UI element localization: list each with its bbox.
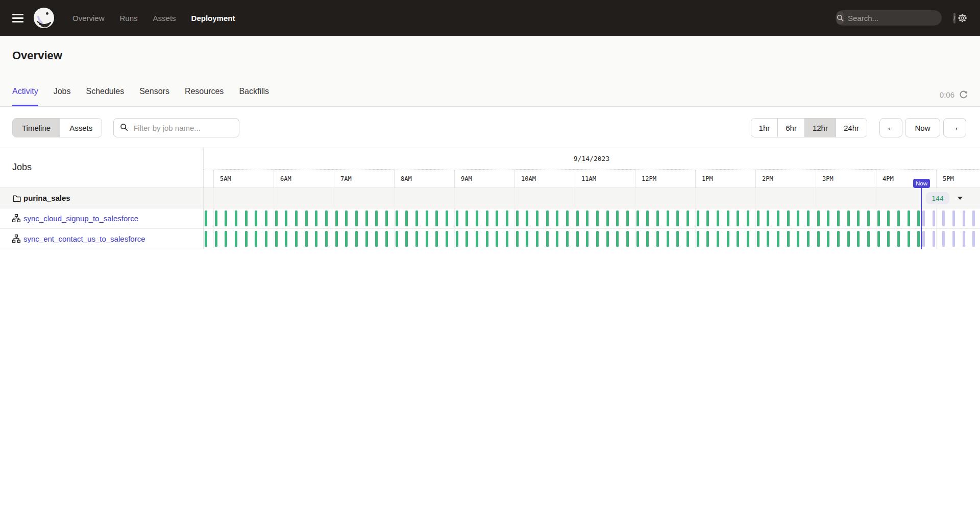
run-tick-completed[interactable] (667, 210, 669, 226)
run-tick-completed[interactable] (375, 231, 378, 247)
topnav-item-assets[interactable]: Assets (153, 14, 176, 22)
run-tick-completed[interactable] (717, 231, 719, 247)
run-tick-completed[interactable] (345, 231, 348, 247)
run-tick-completed[interactable] (365, 231, 368, 247)
run-tick-completed[interactable] (335, 231, 338, 247)
run-tick-completed[interactable] (847, 210, 850, 226)
run-tick-scheduled[interactable] (963, 231, 965, 247)
run-tick-completed[interactable] (435, 210, 438, 226)
run-tick-completed[interactable] (626, 210, 629, 226)
run-tick-completed[interactable] (697, 231, 699, 247)
run-tick-completed[interactable] (255, 231, 257, 247)
run-tick-completed[interactable] (546, 210, 549, 226)
run-tick-completed[interactable] (697, 210, 699, 226)
topnav-item-runs[interactable]: Runs (120, 14, 138, 22)
run-tick-completed[interactable] (526, 231, 528, 247)
run-tick-completed[interactable] (285, 210, 287, 226)
run-tick-completed[interactable] (837, 210, 840, 226)
run-tick-completed[interactable] (375, 210, 378, 226)
run-tick-completed[interactable] (586, 231, 589, 247)
run-tick-scheduled[interactable] (922, 210, 925, 226)
run-tick-completed[interactable] (365, 210, 368, 226)
tab-resources[interactable]: Resources (185, 87, 224, 106)
run-tick-completed[interactable] (606, 231, 609, 247)
run-tick-completed[interactable] (385, 231, 388, 247)
run-tick-completed[interactable] (415, 210, 418, 226)
run-tick-scheduled[interactable] (952, 210, 955, 226)
menu-icon[interactable] (12, 14, 23, 22)
run-tick-scheduled[interactable] (942, 231, 945, 247)
run-tick-completed[interactable] (887, 210, 890, 226)
run-tick-completed[interactable] (285, 231, 287, 247)
run-tick-scheduled[interactable] (933, 210, 935, 226)
run-tick-completed[interactable] (757, 210, 760, 226)
run-tick-completed[interactable] (767, 231, 769, 247)
run-tick-completed[interactable] (807, 231, 810, 247)
run-tick-completed[interactable] (225, 210, 227, 226)
run-tick-completed[interactable] (646, 231, 649, 247)
run-tick-completed[interactable] (205, 210, 207, 226)
range-12hr[interactable]: 12hr (805, 119, 836, 137)
run-tick-completed[interactable] (706, 231, 709, 247)
run-tick-completed[interactable] (496, 210, 498, 226)
run-tick-completed[interactable] (405, 231, 408, 247)
run-tick-completed[interactable] (255, 210, 257, 226)
run-tick-completed[interactable] (506, 231, 508, 247)
run-tick-completed[interactable] (385, 210, 388, 226)
run-tick-completed[interactable] (837, 231, 840, 247)
job-link-sync-cloud-signup-to-salesforce[interactable]: sync_cloud_signup_to_salesforce (23, 208, 138, 228)
run-tick-completed[interactable] (596, 210, 599, 226)
run-tick-completed[interactable] (225, 231, 227, 247)
run-count-badge[interactable]: 144 (926, 192, 949, 204)
tab-schedules[interactable]: Schedules (86, 87, 124, 106)
run-tick-completed[interactable] (877, 231, 880, 247)
refresh-icon[interactable] (959, 90, 968, 99)
run-tick-completed[interactable] (676, 231, 679, 247)
run-tick-completed[interactable] (396, 210, 398, 226)
topnav-item-deployment[interactable]: Deployment (191, 14, 235, 22)
tab-sensors[interactable]: Sensors (139, 87, 169, 106)
run-tick-completed[interactable] (656, 231, 659, 247)
run-tick-completed[interactable] (877, 210, 880, 226)
run-tick-completed[interactable] (506, 210, 508, 226)
job-link-sync-ent-contact-us-to-salesforce[interactable]: sync_ent_contact_us_to_salesforce (23, 229, 145, 249)
run-tick-completed[interactable] (897, 210, 900, 226)
run-tick-completed[interactable] (486, 210, 488, 226)
run-tick-completed[interactable] (636, 231, 639, 247)
run-tick-completed[interactable] (456, 231, 458, 247)
run-tick-completed[interactable] (476, 210, 478, 226)
run-tick-completed[interactable] (335, 210, 338, 226)
run-tick-completed[interactable] (435, 231, 438, 247)
run-tick-completed[interactable] (787, 231, 790, 247)
run-tick-completed[interactable] (426, 210, 428, 226)
run-tick-completed[interactable] (867, 210, 870, 226)
run-tick-completed[interactable] (727, 231, 729, 247)
job-group-row[interactable]: purina_sales (0, 188, 980, 208)
run-tick-completed[interactable] (566, 210, 569, 226)
run-tick-completed[interactable] (827, 210, 829, 226)
run-tick-completed[interactable] (295, 231, 298, 247)
job-filter-input[interactable] (113, 118, 239, 137)
run-tick-scheduled[interactable] (952, 231, 955, 247)
run-tick-completed[interactable] (396, 231, 398, 247)
topnav-item-overview[interactable]: Overview (72, 14, 105, 22)
run-tick-completed[interactable] (516, 231, 519, 247)
run-tick-completed[interactable] (817, 210, 820, 226)
run-tick-completed[interactable] (476, 231, 478, 247)
run-tick-completed[interactable] (777, 231, 779, 247)
dagster-logo-icon[interactable] (33, 7, 55, 29)
timeline-back-button[interactable]: ← (879, 118, 902, 137)
run-tick-completed[interactable] (275, 231, 278, 247)
timeline-forward-button[interactable]: → (943, 118, 966, 137)
run-tick-completed[interactable] (656, 210, 659, 226)
timeline-now-button[interactable]: Now (905, 118, 940, 137)
run-tick-completed[interactable] (817, 231, 820, 247)
global-search[interactable]: / (836, 10, 942, 26)
settings-gear-icon[interactable] (957, 13, 968, 24)
run-tick-completed[interactable] (747, 210, 749, 226)
tab-activity[interactable]: Activity (12, 87, 38, 106)
run-tick-completed[interactable] (857, 231, 860, 247)
run-tick-completed[interactable] (737, 231, 739, 247)
run-tick-completed[interactable] (556, 231, 558, 247)
run-tick-scheduled[interactable] (963, 210, 965, 226)
